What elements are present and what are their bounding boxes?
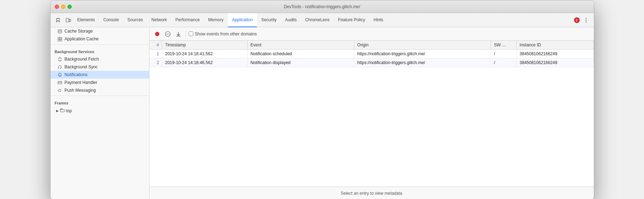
cell-origin: https://notification-triggers.glitch.me/: [354, 58, 491, 67]
more-options-btn[interactable]: [581, 15, 591, 25]
sidebar-label-push-messaging: Push Messaging: [65, 88, 96, 93]
svg-point-13: [155, 32, 159, 36]
svg-rect-9: [58, 39, 60, 41]
svg-rect-11: [58, 81, 62, 84]
sidebar-label-notifications: Notifications: [65, 72, 88, 77]
col-header-sw: SW …: [491, 41, 517, 50]
tab-application[interactable]: Application: [228, 13, 257, 27]
error-badge[interactable]: 1: [574, 17, 580, 23]
tab-performance[interactable]: Performance: [171, 13, 204, 27]
svg-point-5: [585, 21, 586, 22]
window-title: DevTools - notification-triggers.glitch.…: [284, 4, 360, 9]
frames-header: Frames: [51, 97, 149, 107]
svg-point-4: [585, 19, 586, 21]
devtools-container: Elements Console Sources Network Perform…: [51, 13, 594, 199]
col-header-instance: Instance ID: [516, 41, 593, 50]
error-count: 1: [574, 17, 580, 23]
col-header-timestamp: Timestamp: [162, 41, 248, 50]
record-button[interactable]: [153, 30, 161, 38]
cell-event: Notification displayed: [248, 58, 354, 67]
sidebar-item-payment-handler[interactable]: Payment Handler: [51, 79, 149, 86]
tab-chromelens[interactable]: ChromeLens: [301, 13, 334, 27]
table-header-row: # Timestamp Event Origin SW … Instance I…: [149, 41, 594, 50]
tab-memory[interactable]: Memory: [204, 13, 228, 27]
show-other-domains-checkbox[interactable]: [189, 32, 193, 36]
grid-icon: [58, 36, 63, 41]
sidebar-item-bg-fetch[interactable]: Background Fetch: [51, 55, 149, 63]
card-icon: [58, 80, 63, 85]
sidebar-label-app-cache: Application Cache: [65, 36, 99, 41]
notifications-table: # Timestamp Event Origin SW … Instance I…: [149, 41, 594, 67]
cell-origin: https://notification-triggers.glitch.me/: [354, 50, 491, 58]
notifications-toolbar: Show events from other domains: [149, 27, 594, 41]
close-button[interactable]: [55, 5, 59, 9]
sidebar: Cache Storage Application Cache: [51, 27, 149, 199]
folder-icon: [60, 108, 65, 114]
database-icon: [58, 29, 63, 34]
tab-audits[interactable]: Audits: [281, 13, 301, 27]
bell-icon: [58, 72, 63, 77]
status-bar: Select an entry to view metadata: [149, 187, 594, 199]
table-row[interactable]: 12019-10-24 14:18:41.562Notification sch…: [149, 50, 594, 58]
sync-icon: [58, 64, 63, 69]
chevron-right-icon: ▶: [56, 109, 59, 113]
maximize-button[interactable]: [67, 5, 72, 9]
sidebar-item-bg-sync[interactable]: Background Sync: [51, 63, 149, 71]
sidebar-item-push-messaging[interactable]: Push Messaging: [51, 86, 149, 94]
sidebar-label-cache-storage: Cache Storage: [65, 29, 93, 34]
show-other-domains-label[interactable]: Show events from other domains: [189, 32, 257, 36]
svg-rect-10: [60, 39, 62, 41]
devtools-body: Cache Storage Application Cache: [51, 27, 594, 199]
minimize-button[interactable]: [61, 5, 65, 9]
svg-rect-2: [69, 19, 71, 22]
svg-point-3: [585, 18, 586, 19]
cell-timestamp: 2019-10-24 14:18:41.562: [162, 50, 248, 58]
frames-item-top[interactable]: ▶ top: [51, 107, 149, 115]
cell-timestamp: 2019-10-24 14:18:46.562: [162, 58, 248, 67]
sidebar-label-bg-fetch: Background Fetch: [65, 57, 99, 62]
sidebar-label-payment-handler: Payment Handler: [65, 80, 98, 85]
tab-feature-policy[interactable]: Feature Policy: [334, 13, 370, 27]
svg-rect-7: [58, 37, 60, 39]
show-other-domains-text: Show events from other domains: [195, 32, 257, 36]
status-text: Select an entry to view metadata: [341, 191, 402, 196]
svg-point-6: [58, 29, 62, 31]
tab-network[interactable]: Network: [147, 13, 171, 27]
cell-sw: /: [491, 58, 517, 67]
bg-services-header: Background Services: [51, 46, 149, 55]
cell-instance-id: 3845081062166249: [516, 58, 593, 67]
tab-security[interactable]: Security: [257, 13, 280, 27]
download-button[interactable]: [174, 30, 183, 38]
svg-rect-1: [66, 18, 69, 22]
sidebar-item-notifications[interactable]: Notifications: [51, 71, 149, 79]
frames-label-top: top: [66, 108, 72, 113]
toolbar-separator: [185, 31, 186, 37]
title-bar: DevTools - notification-triggers.glitch.…: [51, 0, 594, 13]
devtools-window: DevTools - notification-triggers.glitch.…: [50, 0, 594, 199]
inspect-icon-btn[interactable]: [53, 15, 63, 25]
sidebar-item-cache-storage[interactable]: Cache Storage: [51, 27, 149, 35]
cell-sw: /: [491, 50, 517, 58]
table-row[interactable]: 22019-10-24 14:18:46.562Notification dis…: [149, 58, 594, 67]
col-header-origin: Origin: [354, 41, 491, 50]
devtools-tabs: Elements Console Sources Network Perform…: [51, 13, 594, 27]
tab-sources[interactable]: Sources: [123, 13, 147, 27]
traffic-lights: [55, 5, 72, 9]
col-header-num: #: [149, 41, 162, 50]
sidebar-item-app-cache[interactable]: Application Cache: [51, 35, 149, 43]
tab-right-area: 1: [574, 15, 591, 25]
tab-elements[interactable]: Elements: [73, 13, 99, 27]
tab-console[interactable]: Console: [99, 13, 123, 27]
cell-instance-id: 3845081062166249: [516, 50, 593, 58]
tab-hints[interactable]: Hints: [370, 13, 388, 27]
clear-button[interactable]: [164, 30, 172, 38]
device-icon-btn[interactable]: [63, 15, 73, 25]
sidebar-divider-2: [51, 96, 149, 96]
notifications-table-container: # Timestamp Event Origin SW … Instance I…: [149, 41, 594, 187]
arrows-icon: [58, 57, 63, 62]
cell-event: Notification scheduled: [248, 50, 354, 58]
cloud-icon: [58, 88, 63, 93]
cell-num: 2: [149, 58, 162, 67]
col-header-event: Event: [248, 41, 354, 50]
sidebar-divider-1: [51, 44, 149, 45]
